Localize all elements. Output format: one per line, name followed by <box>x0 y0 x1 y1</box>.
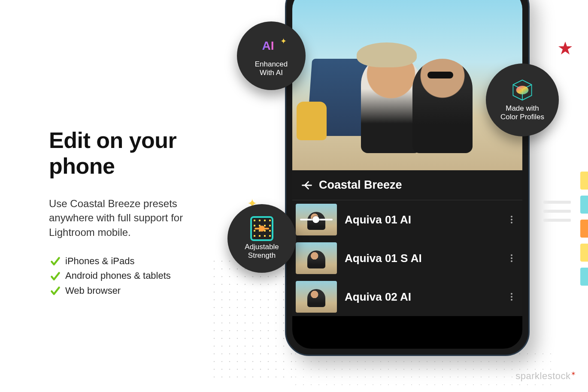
list-item-label: Android phones & tablets <box>65 268 171 283</box>
badge-color-profiles: Made with Color Profiles <box>486 63 559 136</box>
check-icon <box>49 255 62 268</box>
preset-row[interactable]: Aquiva 02 AI <box>292 277 522 316</box>
badge-label: Enhanced <box>255 60 288 69</box>
svg-marker-3 <box>558 42 572 54</box>
list-item: iPhones & iPads <box>49 254 212 268</box>
more-icon[interactable] <box>508 216 515 223</box>
more-icon[interactable] <box>508 254 515 262</box>
body-text: Use Coastal Breeze presets anywhere with… <box>49 196 212 240</box>
phone-mockup: Coastal Breeze Aquiva 01 AI Aquiva 01 S … <box>285 0 530 356</box>
more-icon[interactable] <box>508 293 515 301</box>
preset-group-title: Coastal Breeze <box>319 178 402 192</box>
badge-label: Made with <box>506 104 539 113</box>
decor-bars <box>543 201 571 222</box>
preset-name: Aquiva 02 AI <box>345 290 500 304</box>
color-tabs <box>580 172 588 292</box>
list-item: Web browser <box>49 283 212 298</box>
preset-thumbnail[interactable] <box>296 204 337 235</box>
ai-mark: AI <box>262 39 274 53</box>
watermark-text: sparklestock <box>515 371 570 381</box>
badge-adjustable-strength: Adjustable Strength <box>227 204 296 273</box>
list-item: Android phones & tablets <box>49 268 212 283</box>
preset-list[interactable]: Aquiva 01 AI Aquiva 01 S AI Aquiva 02 AI <box>292 200 522 316</box>
preset-name: Aquiva 01 S AI <box>345 252 500 265</box>
svg-point-2 <box>516 86 529 94</box>
watermark: sparklestock✶ <box>515 370 576 382</box>
preset-name: Aquiva 01 AI <box>345 213 500 226</box>
badge-label: Adjustable <box>245 243 279 251</box>
photo-sunglasses <box>427 72 453 78</box>
dot-pattern <box>210 257 296 377</box>
feature-list: iPhones & iPads Android phones & tablets… <box>49 254 212 298</box>
strength-slider-overlay <box>300 216 333 223</box>
list-item-label: iPhones & iPads <box>65 254 134 268</box>
marketing-copy: Edit on your phone Use Coastal Breeze pr… <box>49 128 212 298</box>
preset-thumbnail[interactable] <box>296 242 337 274</box>
ai-icon: AI ✦ <box>260 34 283 57</box>
preset-thumbnail[interactable] <box>296 281 337 313</box>
preview-photo <box>292 0 522 170</box>
preset-row[interactable]: Aquiva 01 S AI <box>292 239 522 277</box>
app-header: Coastal Breeze <box>292 170 522 200</box>
badge-label: Color Profiles <box>500 113 544 121</box>
back-arrow-icon[interactable] <box>301 179 313 191</box>
phone-screen: Coastal Breeze Aquiva 01 AI Aquiva 01 S … <box>292 0 522 349</box>
badge-label: With AI <box>260 69 283 77</box>
cube-icon <box>511 78 534 102</box>
slider-grid-icon <box>250 217 273 240</box>
list-item-label: Web browser <box>65 283 121 298</box>
badge-enhanced-ai: AI ✦ Enhanced With AI <box>237 21 306 90</box>
check-icon <box>49 284 62 297</box>
headline: Edit on your phone <box>49 128 212 179</box>
photo-hat <box>357 42 417 67</box>
badge-label: Strength <box>248 251 276 260</box>
star-icon <box>558 41 573 57</box>
preset-row[interactable]: Aquiva 01 AI <box>292 200 522 239</box>
photo-person <box>361 54 421 153</box>
photo-bag <box>297 102 327 140</box>
check-icon <box>49 270 62 283</box>
